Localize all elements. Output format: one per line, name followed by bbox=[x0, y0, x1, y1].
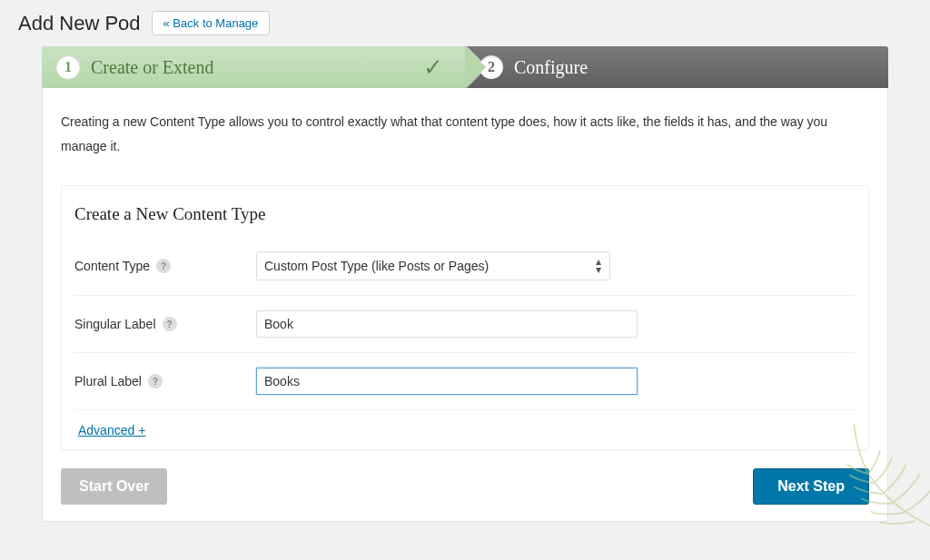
start-over-button[interactable]: Start Over bbox=[61, 468, 167, 505]
wizard-panel: Creating a new Content Type allows you t… bbox=[42, 88, 888, 522]
label-content-type-text: Content Type bbox=[74, 259, 150, 273]
card-title: Create a New Content Type bbox=[74, 204, 856, 224]
label-singular: Singular Label ? bbox=[74, 317, 256, 331]
step-label-1: Create or Extend bbox=[91, 57, 214, 78]
step-label-2: Configure bbox=[514, 57, 588, 78]
wizard-container: 1 Create or Extend ✓ 2 Configure Creatin… bbox=[42, 46, 888, 522]
label-plural-text: Plural Label bbox=[74, 374, 142, 388]
row-content-type: Content Type ? Custom Post Type (like Po… bbox=[74, 246, 856, 296]
next-step-button[interactable]: Next Step bbox=[753, 468, 869, 505]
help-icon[interactable]: ? bbox=[156, 259, 171, 273]
content-type-select[interactable]: Custom Post Type (like Posts or Pages) bbox=[256, 251, 610, 280]
label-content-type: Content Type ? bbox=[74, 259, 256, 273]
checkmark-icon: ✓ bbox=[423, 54, 443, 82]
help-icon[interactable]: ? bbox=[148, 374, 163, 388]
plural-label-input[interactable] bbox=[256, 368, 638, 395]
singular-label-input[interactable] bbox=[256, 310, 638, 338]
back-to-manage-button[interactable]: « Back to Manage bbox=[152, 11, 271, 35]
advanced-toggle-link[interactable]: Advanced + bbox=[78, 423, 145, 437]
label-plural: Plural Label ? bbox=[74, 374, 256, 388]
intro-text: Creating a new Content Type allows you t… bbox=[61, 110, 869, 158]
page-title: Add New Pod bbox=[18, 12, 141, 35]
steps-bar: 1 Create or Extend ✓ 2 Configure bbox=[42, 46, 888, 88]
step-number-1: 1 bbox=[56, 55, 80, 79]
help-icon[interactable]: ? bbox=[163, 317, 177, 331]
page-header: Add New Pod « Back to Manage bbox=[0, 0, 930, 46]
row-plural-label: Plural Label ? bbox=[74, 353, 856, 410]
step-create-or-extend[interactable]: 1 Create or Extend ✓ bbox=[42, 46, 465, 88]
row-singular-label: Singular Label ? bbox=[74, 296, 856, 353]
step-configure[interactable]: 2 Configure bbox=[465, 46, 888, 88]
label-singular-text: Singular Label bbox=[74, 317, 156, 331]
wizard-footer: Start Over Next Step bbox=[61, 468, 869, 505]
create-content-type-card: Create a New Content Type Content Type ?… bbox=[61, 185, 869, 450]
